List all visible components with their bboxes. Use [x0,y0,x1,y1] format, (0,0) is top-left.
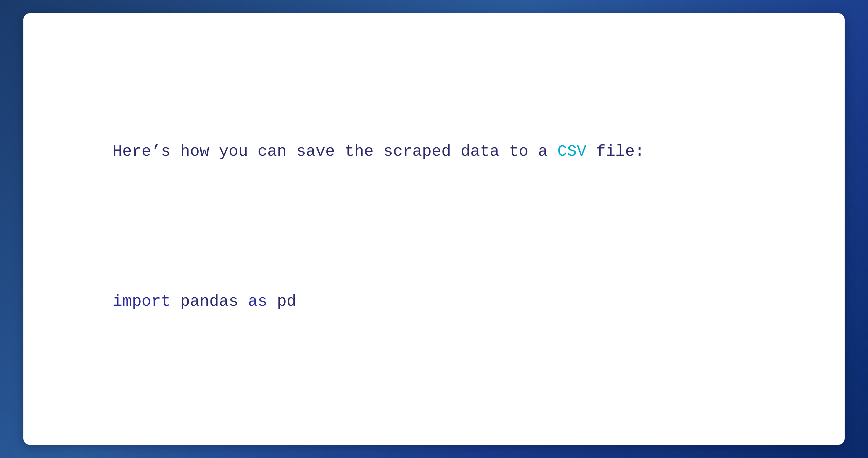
intro-text: Here’s how you can save the scraped data… [113,142,557,161]
code-card: Here’s how you can save the scraped data… [23,13,845,445]
import-line: import pandas as pd [55,264,813,339]
intro-suffix: file: [586,142,644,161]
code-block: Here’s how you can save the scraped data… [55,39,813,458]
intro-line: Here’s how you can save the scraped data… [55,114,813,189]
pd-text: pd [268,292,297,311]
csv-keyword: CSV [557,142,587,161]
import-keyword: import [113,292,170,311]
as-keyword: as [248,292,267,311]
pandas-text: pandas [171,292,248,311]
blank-1 [55,414,813,439]
